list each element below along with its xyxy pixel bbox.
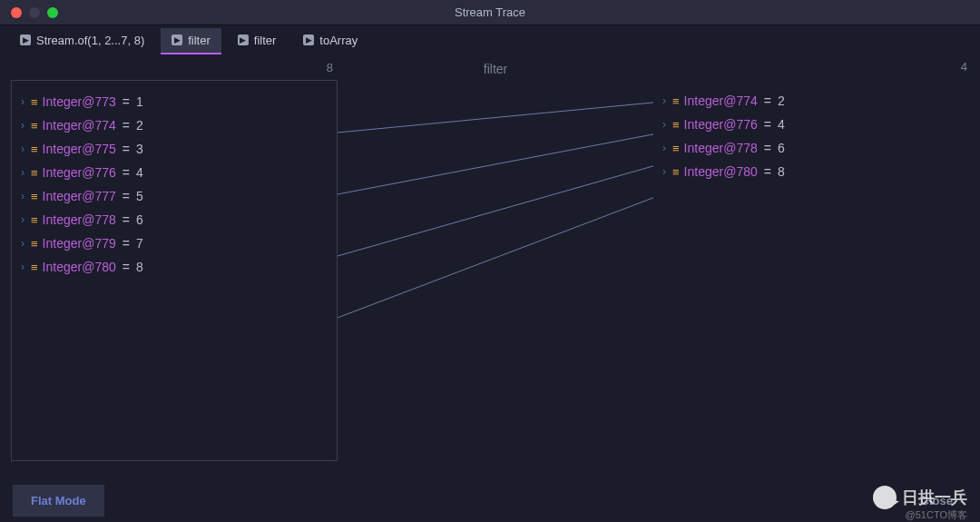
chevron-right-icon: ›: [662, 119, 666, 130]
chevron-right-icon: ›: [662, 95, 666, 106]
object-ref: Integer@780: [684, 165, 758, 178]
chevron-right-icon: ›: [662, 166, 666, 177]
object-icon: ≡: [31, 261, 36, 273]
trace-content: 8 ›≡Integer@773=1›≡Integer@774=2›≡Intege…: [0, 56, 980, 477]
mapping-pane: filter: [338, 56, 653, 477]
chevron-right-icon: ›: [21, 167, 24, 178]
mapping-line: [338, 163, 653, 256]
object-value: 8: [778, 165, 785, 178]
mapping-lines: [338, 56, 653, 477]
chevron-right-icon: ›: [21, 120, 24, 131]
footer: Flat Mode Close: [0, 478, 980, 522]
object-icon: ≡: [31, 143, 36, 155]
tab-label: toArray: [319, 34, 358, 47]
equals-sign: =: [122, 166, 130, 179]
window-title: Stream Trace: [0, 5, 980, 19]
chevron-right-icon: ›: [21, 214, 24, 225]
step-tab-bar: ▶Stream.of(1, 2...7, 8)▶filter▶filter▶to…: [0, 25, 980, 56]
window-maximize-button[interactable]: [47, 7, 58, 18]
object-ref: Integer@774: [43, 119, 116, 132]
equals-sign: =: [764, 142, 771, 154]
object-icon: ≡: [672, 119, 678, 131]
object-value: 6: [136, 213, 143, 226]
mapping-line: [338, 102, 653, 133]
equals-sign: =: [122, 261, 130, 273]
chevron-right-icon: ›: [21, 261, 24, 272]
tab-step-1[interactable]: ▶filter: [161, 28, 221, 54]
play-icon: ▶: [20, 34, 31, 45]
left-row[interactable]: ›≡Integer@780=8: [12, 255, 337, 279]
right-row[interactable]: ›≡Integer@780=8: [653, 160, 971, 183]
equals-sign: =: [122, 237, 130, 250]
close-button[interactable]: Close: [906, 485, 967, 517]
object-ref: Integer@773: [43, 95, 116, 108]
chevron-right-icon: ›: [21, 143, 24, 154]
object-value: 8: [136, 261, 143, 273]
tab-label: filter: [188, 34, 211, 47]
play-icon: ▶: [172, 34, 182, 45]
object-value: 3: [136, 143, 143, 155]
right-row[interactable]: ›≡Integer@774=2: [653, 89, 971, 113]
equals-sign: =: [764, 94, 771, 107]
equals-sign: =: [764, 118, 771, 131]
output-pane: 4 ›≡Integer@774=2›≡Integer@776=4›≡Intege…: [653, 80, 971, 461]
left-row[interactable]: ›≡Integer@777=5: [12, 184, 337, 208]
window-minimize-button[interactable]: [29, 7, 40, 18]
output-count: 4: [961, 60, 967, 74]
left-row[interactable]: ›≡Integer@775=3: [12, 137, 337, 161]
chevron-right-icon: ›: [21, 238, 24, 249]
flat-mode-button[interactable]: Flat Mode: [13, 485, 104, 517]
object-ref: Integer@778: [43, 213, 116, 226]
traffic-lights: [0, 7, 58, 18]
left-row[interactable]: ›≡Integer@779=7: [12, 231, 337, 255]
object-value: 4: [136, 166, 143, 179]
play-icon: ▶: [303, 34, 314, 45]
object-icon: ≡: [31, 167, 36, 179]
tab-label: Stream.of(1, 2...7, 8): [36, 34, 144, 47]
object-ref: Integer@775: [43, 143, 116, 155]
left-row[interactable]: ›≡Integer@773=1: [12, 90, 337, 113]
object-icon: ≡: [31, 191, 36, 202]
equals-sign: =: [122, 119, 130, 132]
object-ref: Integer@778: [684, 142, 758, 154]
object-ref: Integer@780: [43, 261, 116, 273]
object-ref: Integer@774: [684, 94, 758, 107]
equals-sign: =: [122, 143, 130, 155]
object-icon: ≡: [31, 120, 36, 132]
right-row[interactable]: ›≡Integer@776=4: [653, 113, 971, 136]
window-close-button[interactable]: [11, 7, 22, 18]
left-row[interactable]: ›≡Integer@778=6: [12, 208, 337, 231]
object-icon: ≡: [672, 95, 678, 107]
chevron-right-icon: ›: [662, 143, 666, 153]
input-pane: 8 ›≡Integer@773=1›≡Integer@774=2›≡Intege…: [11, 80, 338, 461]
object-value: 4: [778, 118, 785, 131]
tab-step-0[interactable]: ▶Stream.of(1, 2...7, 8): [9, 28, 155, 54]
chevron-right-icon: ›: [21, 191, 24, 202]
equals-sign: =: [764, 165, 771, 178]
equals-sign: =: [122, 95, 130, 108]
right-row[interactable]: ›≡Integer@778=6: [653, 136, 971, 160]
object-icon: ≡: [672, 166, 678, 178]
chevron-right-icon: ›: [21, 96, 24, 107]
object-ref: Integer@779: [43, 237, 116, 250]
object-value: 5: [136, 190, 143, 202]
object-icon: ≡: [31, 96, 36, 108]
tab-step-3[interactable]: ▶toArray: [292, 28, 368, 54]
object-value: 2: [778, 94, 785, 107]
object-value: 2: [136, 119, 143, 132]
equals-sign: =: [122, 213, 130, 226]
left-row[interactable]: ›≡Integer@774=2: [12, 113, 337, 137]
play-icon: ▶: [238, 34, 249, 45]
object-value: 7: [136, 237, 143, 250]
object-value: 1: [136, 95, 143, 108]
object-icon: ≡: [31, 214, 36, 226]
object-icon: ≡: [31, 238, 36, 250]
object-ref: Integer@777: [43, 190, 116, 202]
object-value: 6: [778, 142, 785, 154]
object-ref: Integer@776: [43, 166, 116, 179]
left-row[interactable]: ›≡Integer@776=4: [12, 161, 337, 184]
mapping-line: [338, 133, 653, 194]
mapping-line: [338, 194, 653, 318]
tab-label: filter: [254, 34, 277, 47]
tab-step-2[interactable]: ▶filter: [227, 28, 288, 54]
